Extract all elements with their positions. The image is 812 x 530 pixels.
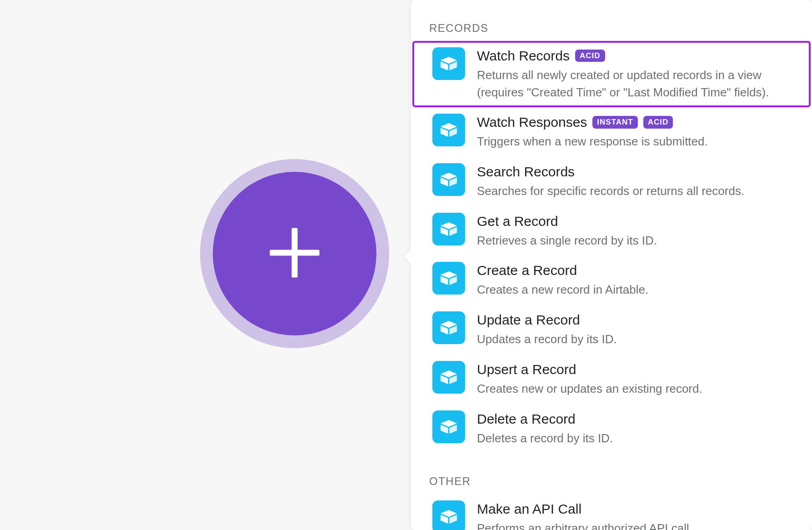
action-description: Searches for specific records or returns…	[477, 183, 792, 200]
add-module-button[interactable]	[200, 159, 389, 348]
action-description: Returns all newly created or updated rec…	[477, 67, 792, 101]
action-title: Watch Records	[477, 48, 570, 63]
action-body: Update a Record Updates a record by its …	[477, 311, 792, 348]
badge-instant: INSTANT	[592, 116, 637, 128]
action-title-row: Create a Record	[477, 263, 792, 278]
action-title: Create a Record	[477, 263, 577, 278]
action-title: Delete a Record	[477, 411, 576, 426]
action-body: Upsert a Record Creates new or updates a…	[477, 361, 792, 398]
action-title: Watch Responses	[477, 115, 587, 130]
action-title: Update a Record	[477, 312, 580, 327]
action-body: Watch Responses INSTANT ACID Triggers wh…	[477, 114, 792, 150]
action-title-row: Watch Responses INSTANT ACID	[477, 115, 792, 130]
badge-acid: ACID	[575, 50, 605, 62]
section-header-other: OTHER	[411, 453, 812, 494]
section-header-records: RECORDS	[411, 0, 812, 41]
airtable-icon	[432, 262, 465, 295]
action-title: Search Records	[477, 164, 575, 179]
section-items-records: Watch Records ACID Returns all newly cre…	[411, 41, 812, 453]
airtable-icon	[432, 410, 465, 443]
action-description: Deletes a record by its ID.	[477, 430, 792, 447]
action-body: Search Records Searches for specific rec…	[477, 163, 792, 200]
badge-acid: ACID	[643, 116, 673, 128]
airtable-icon	[432, 163, 465, 196]
svg-rect-1	[270, 250, 319, 256]
action-get-a-record[interactable]: Get a Record Retrieves a single record b…	[412, 206, 811, 256]
airtable-icon	[432, 311, 465, 344]
action-upsert-a-record[interactable]: Upsert a Record Creates new or updates a…	[412, 355, 811, 404]
module-picker-panel: RECORDS Watch Records ACID Returns all n…	[411, 0, 812, 530]
action-delete-a-record[interactable]: Delete a Record Deletes a record by its …	[412, 404, 811, 454]
action-search-records[interactable]: Search Records Searches for specific rec…	[412, 157, 811, 206]
action-title-row: Search Records	[477, 164, 792, 179]
action-watch-records[interactable]: Watch Records ACID Returns all newly cre…	[412, 41, 811, 107]
airtable-icon	[432, 500, 465, 530]
action-title-row: Watch Records ACID	[477, 48, 792, 63]
section-items-other: Make an API Call Performs an arbitrary a…	[411, 494, 812, 530]
action-create-a-record[interactable]: Create a Record Creates a new record in …	[412, 255, 811, 305]
action-title: Make an API Call	[477, 501, 581, 516]
action-body: Make an API Call Performs an arbitrary a…	[477, 500, 792, 530]
action-description: Triggers when a new response is submitte…	[477, 133, 792, 150]
action-make-an-api-call[interactable]: Make an API Call Performs an arbitrary a…	[412, 494, 811, 530]
action-body: Watch Records ACID Returns all newly cre…	[477, 47, 792, 101]
airtable-icon	[432, 213, 465, 245]
action-update-a-record[interactable]: Update a Record Updates a record by its …	[412, 305, 811, 355]
action-description: Updates a record by its ID.	[477, 331, 792, 348]
airtable-icon	[432, 47, 465, 80]
action-description: Creates new or updates an existing recor…	[477, 380, 792, 398]
airtable-icon	[432, 114, 465, 146]
action-description: Performs an arbitrary authorized API cal…	[477, 520, 792, 530]
action-title-row: Make an API Call	[477, 501, 792, 516]
add-button-inner	[213, 172, 376, 335]
action-title-row: Update a Record	[477, 312, 792, 327]
plus-icon	[265, 223, 324, 284]
action-description: Retrieves a single record by its ID.	[477, 232, 792, 250]
action-title-row: Get a Record	[477, 214, 792, 229]
action-title: Upsert a Record	[477, 362, 576, 377]
action-body: Delete a Record Deletes a record by its …	[477, 410, 792, 447]
action-description: Creates a new record in Airtable.	[477, 281, 792, 299]
action-body: Create a Record Creates a new record in …	[477, 262, 792, 299]
action-title: Get a Record	[477, 214, 558, 229]
action-watch-responses[interactable]: Watch Responses INSTANT ACID Triggers wh…	[412, 107, 811, 157]
airtable-icon	[432, 361, 465, 394]
action-body: Get a Record Retrieves a single record b…	[477, 213, 792, 250]
action-title-row: Upsert a Record	[477, 362, 792, 377]
action-title-row: Delete a Record	[477, 411, 792, 426]
